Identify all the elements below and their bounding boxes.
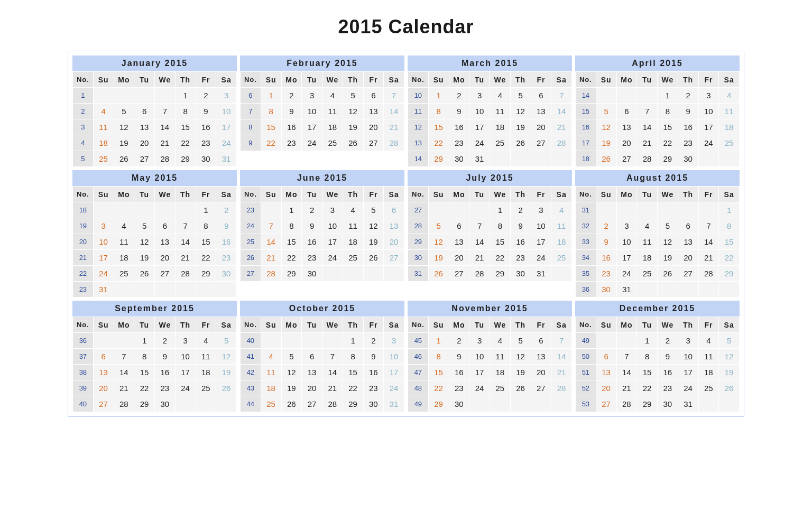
day-cell: 6 bbox=[616, 104, 637, 119]
day-cell: 8 bbox=[428, 349, 449, 365]
day-cell: 24 bbox=[469, 135, 490, 151]
day-cell: 3 bbox=[698, 88, 719, 104]
day-header: Th bbox=[175, 187, 196, 202]
month-block: January 2015No.SuMoTuWeThFrSa11232456789… bbox=[72, 55, 237, 167]
day-cell: 23 bbox=[302, 250, 322, 266]
day-cell: 24 bbox=[93, 266, 114, 282]
day-cell: 1 bbox=[637, 333, 658, 349]
day-cell: 26 bbox=[343, 135, 363, 151]
day-header: Sa bbox=[719, 317, 740, 333]
empty-cell bbox=[134, 282, 155, 297]
day-header: Mo bbox=[281, 317, 302, 333]
day-cell: 17 bbox=[531, 234, 551, 250]
week-number: 48 bbox=[408, 380, 429, 396]
day-cell: 26 bbox=[216, 380, 237, 396]
day-header: Th bbox=[510, 72, 531, 88]
empty-cell bbox=[658, 202, 678, 218]
day-cell: 26 bbox=[658, 266, 678, 282]
day-cell: 17 bbox=[616, 250, 637, 266]
empty-cell bbox=[616, 88, 637, 104]
week-row: 3612345 bbox=[73, 333, 237, 349]
empty-cell bbox=[616, 202, 637, 218]
day-header: Sa bbox=[384, 72, 404, 88]
day-cell: 6 bbox=[678, 218, 698, 234]
empty-cell bbox=[551, 266, 572, 282]
week-number: 30 bbox=[408, 250, 429, 266]
day-cell: 28 bbox=[155, 151, 176, 167]
month-block: October 2015No.SuMoTuWeThFrSa40123414567… bbox=[240, 301, 404, 412]
day-cell: 1 bbox=[428, 88, 449, 104]
week-row: 1322232425262728 bbox=[408, 135, 572, 151]
day-cell: 15 bbox=[134, 365, 155, 380]
week-number: 41 bbox=[241, 349, 261, 365]
day-cell: 14 bbox=[322, 365, 343, 380]
week-number: 6 bbox=[241, 88, 261, 104]
weekno-header: No. bbox=[408, 317, 429, 333]
week-row: 506789101112 bbox=[576, 349, 740, 365]
day-header: Fr bbox=[531, 72, 551, 88]
day-cell: 15 bbox=[428, 119, 449, 135]
weekno-header: No. bbox=[241, 317, 261, 333]
week-number: 23 bbox=[241, 202, 261, 218]
month-table: No.SuMoTuWeThFrSa11232456789103111213141… bbox=[72, 71, 237, 167]
day-cell: 9 bbox=[302, 218, 322, 234]
day-cell: 3 bbox=[678, 333, 698, 349]
day-cell: 22 bbox=[428, 380, 449, 396]
day-header: We bbox=[490, 317, 511, 333]
week-number: 36 bbox=[73, 333, 94, 349]
week-row: 2117181920212223 bbox=[73, 250, 237, 266]
week-number: 13 bbox=[408, 135, 429, 151]
week-number: 3 bbox=[73, 119, 94, 135]
day-cell: 16 bbox=[155, 365, 176, 380]
day-cell: 27 bbox=[449, 266, 469, 282]
day-cell: 1 bbox=[281, 202, 302, 218]
week-row: 40123 bbox=[241, 333, 404, 349]
day-cell: 22 bbox=[261, 135, 281, 151]
week-number: 31 bbox=[576, 202, 596, 218]
empty-cell bbox=[596, 88, 616, 104]
day-cell: 27 bbox=[155, 266, 176, 282]
day-cell: 10 bbox=[469, 349, 490, 365]
day-cell: 14 bbox=[114, 365, 134, 380]
empty-cell bbox=[114, 202, 134, 218]
day-cell: 26 bbox=[428, 266, 449, 282]
empty-cell bbox=[302, 333, 322, 349]
day-cell: 25 bbox=[261, 396, 281, 412]
day-cell: 3 bbox=[302, 88, 322, 104]
week-row: 5220212223242526 bbox=[576, 380, 740, 396]
month-table: No.SuMoTuWeThFrSa40123414567891042111213… bbox=[240, 317, 404, 412]
month-block: February 2015No.SuMoTuWeThFrSa6123456778… bbox=[240, 55, 404, 167]
week-row: 101234567 bbox=[408, 88, 572, 104]
week-row: 492930 bbox=[408, 396, 572, 412]
empty-cell bbox=[261, 333, 281, 349]
week-number: 40 bbox=[241, 333, 261, 349]
week-row: 2010111213141516 bbox=[73, 234, 237, 250]
day-cell: 6 bbox=[531, 88, 551, 104]
week-number: 20 bbox=[73, 234, 94, 250]
empty-cell bbox=[196, 396, 216, 412]
day-cell: 3 bbox=[531, 202, 551, 218]
day-header: Sa bbox=[551, 317, 572, 333]
day-cell: 22 bbox=[658, 135, 678, 151]
week-row: 31262728293031 bbox=[408, 266, 572, 282]
day-header: Fr bbox=[363, 317, 384, 333]
weekno-header: No. bbox=[408, 72, 429, 88]
day-cell: 12 bbox=[510, 349, 531, 365]
day-cell: 20 bbox=[449, 250, 469, 266]
day-cell: 3 bbox=[469, 333, 490, 349]
week-row: 61234567 bbox=[241, 88, 404, 104]
day-cell: 25 bbox=[551, 250, 572, 266]
day-cell: 31 bbox=[216, 151, 237, 167]
day-cell: 22 bbox=[428, 135, 449, 151]
week-row: 451234567 bbox=[408, 333, 572, 349]
day-cell: 25 bbox=[196, 380, 216, 396]
empty-cell bbox=[322, 333, 343, 349]
week-row: 376789101112 bbox=[73, 349, 237, 365]
day-cell: 28 bbox=[469, 266, 490, 282]
day-cell: 15 bbox=[343, 365, 363, 380]
week-number: 23 bbox=[73, 282, 94, 297]
day-cell: 27 bbox=[363, 135, 384, 151]
day-cell: 1 bbox=[658, 88, 678, 104]
day-cell: 29 bbox=[175, 151, 196, 167]
day-header: Su bbox=[261, 187, 281, 202]
